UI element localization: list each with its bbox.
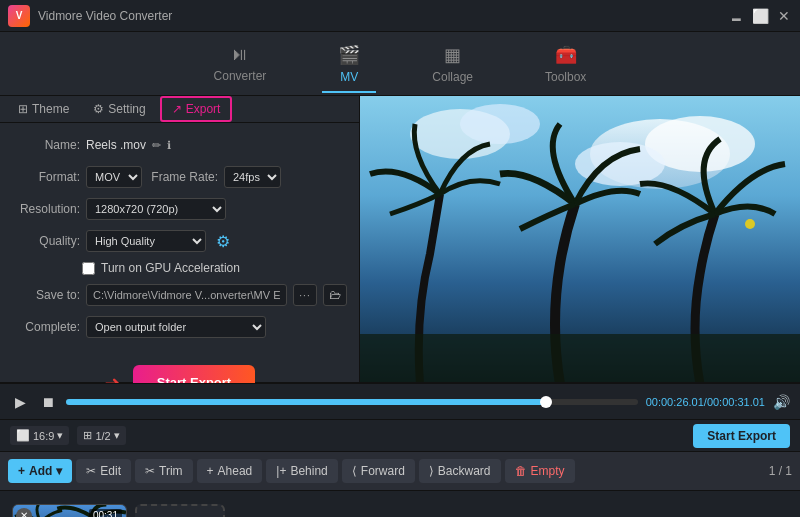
progress-knob [540, 396, 552, 408]
forward-button[interactable]: ⟨ Forward [342, 459, 415, 483]
format-select[interactable]: MOVMP4AVI [86, 166, 142, 188]
svg-point-7 [745, 219, 755, 229]
trim-button[interactable]: ✂ Trim [135, 459, 193, 483]
title-bar: V Vidmore Video Converter 🗕 ⬜ ✕ [0, 0, 800, 32]
video-preview-panel [360, 96, 800, 382]
tab-collage[interactable]: ▦ Collage [416, 36, 489, 92]
converter-icon: ⏯ [231, 44, 249, 65]
trim-icon: ✂ [145, 464, 155, 478]
progress-fill [66, 399, 546, 405]
stop-button[interactable]: ⏹ [38, 394, 58, 410]
format-row: Format: MOVMP4AVI Frame Rate: 24fps30fps… [12, 165, 347, 189]
tab-converter[interactable]: ⏯ Converter [198, 36, 283, 91]
gpu-row: Turn on GPU Acceleration [12, 261, 347, 275]
ahead-button[interactable]: + Ahead [197, 459, 263, 483]
quality-row: Quality: High QualityMedium Quality ⚙ [12, 229, 347, 253]
app-title: Vidmore Video Converter [38, 9, 728, 23]
name-row: Name: Reels .mov ✏ ℹ [12, 133, 347, 157]
timeline-clip[interactable]: 00:31 ✕ ▶ 🔊 ♫ [12, 504, 127, 518]
tab-export[interactable]: ↗ Export [160, 96, 233, 122]
complete-select[interactable]: Open output folderDo Nothing [86, 316, 266, 338]
add-chevron: ▾ [56, 464, 62, 478]
close-button[interactable]: ✕ [776, 8, 792, 24]
start-export-small-button[interactable]: Start Export [693, 424, 790, 448]
app-logo: V [8, 5, 30, 27]
collage-icon: ▦ [444, 44, 461, 66]
volume-icon[interactable]: 🔊 [773, 394, 790, 410]
gpu-checkbox[interactable] [82, 262, 95, 275]
ahead-icon: + [207, 464, 214, 478]
edit-icon: ✂ [86, 464, 96, 478]
maximize-button[interactable]: ⬜ [752, 8, 768, 24]
left-panel: ⊞ Theme ⚙ Setting ↗ Export Name: Reels .… [0, 96, 360, 382]
time-display: 00:00:26.01/00:00:31.01 [646, 396, 765, 408]
ratio-button[interactable]: ⬜ 16:9 ▾ [10, 426, 69, 445]
behind-button[interactable]: |+ Behind [266, 459, 338, 483]
quality-select[interactable]: High QualityMedium Quality [86, 230, 206, 252]
add-icon: + [18, 464, 25, 478]
add-clip-button[interactable]: + [135, 504, 225, 518]
sub-tabs: ⊞ Theme ⚙ Setting ↗ Export [0, 96, 359, 123]
save-path-input[interactable] [86, 284, 287, 306]
progress-bar[interactable] [66, 399, 638, 405]
tab-mv[interactable]: 🎬 MV [322, 36, 376, 92]
backward-button[interactable]: ⟩ Backward [419, 459, 501, 483]
page-indicator: 1 / 1 [769, 464, 792, 478]
add-button[interactable]: + Add ▾ [8, 459, 72, 483]
count-button[interactable]: ⊞ 1/2 ▾ [77, 426, 125, 445]
video-preview [360, 96, 800, 382]
timeline: 00:31 ✕ ▶ 🔊 ♫ + [0, 491, 800, 517]
gpu-label: Turn on GPU Acceleration [101, 261, 240, 275]
setting-icon: ⚙ [93, 102, 104, 116]
name-value: Reels .mov [86, 138, 146, 152]
ratio-chevron: ▾ [57, 429, 63, 442]
main-layout: ⊞ Theme ⚙ Setting ↗ Export Name: Reels .… [0, 96, 800, 382]
video-controls-area: ▶ ⏹ 00:00:26.01/00:00:31.01 🔊 ⬜ 16:9 ▾ ⊞… [0, 382, 800, 451]
info-icon[interactable]: ℹ [167, 139, 171, 152]
count-chevron: ▾ [114, 429, 120, 442]
save-to-row: Save to: ··· 🗁 [12, 283, 347, 307]
count-icon: ⊞ [83, 429, 92, 442]
behind-icon: |+ [276, 464, 286, 478]
settings-form: Name: Reels .mov ✏ ℹ Format: MOVMP4AVI F… [0, 123, 359, 349]
video-controls: ▶ ⏹ 00:00:26.01/00:00:31.01 🔊 [0, 383, 800, 419]
save-path-dots-button[interactable]: ··· [293, 284, 317, 306]
toolbar: + Add ▾ ✂ Edit ✂ Trim + Ahead |+ Behind … [0, 451, 800, 491]
minimize-button[interactable]: 🗕 [728, 8, 744, 24]
palm-svg [360, 96, 800, 382]
toolbox-icon: 🧰 [555, 44, 577, 66]
backward-icon: ⟩ [429, 464, 434, 478]
tab-toolbox[interactable]: 🧰 Toolbox [529, 36, 602, 92]
svg-point-5 [460, 104, 540, 144]
clip-duration: 00:31 [89, 509, 122, 518]
resolution-row: Resolution: 1280x720 (720p)1920x1080 (10… [12, 197, 347, 221]
edit-button[interactable]: ✂ Edit [76, 459, 131, 483]
quality-gear-icon[interactable]: ⚙ [216, 232, 230, 251]
tab-setting[interactable]: ⚙ Setting [83, 98, 155, 120]
resolution-select[interactable]: 1280x720 (720p)1920x1080 (1080p) [86, 198, 226, 220]
play-button[interactable]: ▶ [10, 394, 30, 410]
complete-row: Complete: Open output folderDo Nothing [12, 315, 347, 339]
framerate-select[interactable]: 24fps30fps60fps [224, 166, 281, 188]
tab-theme[interactable]: ⊞ Theme [8, 98, 79, 120]
forward-icon: ⟨ [352, 464, 357, 478]
edit-name-icon[interactable]: ✏ [152, 139, 161, 152]
ratio-icon: ⬜ [16, 429, 30, 442]
export-icon: ↗ [172, 102, 182, 116]
trash-icon: 🗑 [515, 464, 527, 478]
empty-button[interactable]: 🗑 Empty [505, 459, 575, 483]
nav-tabs: ⏯ Converter 🎬 MV ▦ Collage 🧰 Toolbox [0, 32, 800, 96]
svg-rect-6 [360, 334, 800, 382]
mv-icon: 🎬 [338, 44, 360, 66]
theme-icon: ⊞ [18, 102, 28, 116]
window-controls: 🗕 ⬜ ✕ [728, 8, 792, 24]
folder-button[interactable]: 🗁 [323, 284, 347, 306]
bottom-video-row: ⬜ 16:9 ▾ ⊞ 1/2 ▾ Start Export [0, 419, 800, 451]
